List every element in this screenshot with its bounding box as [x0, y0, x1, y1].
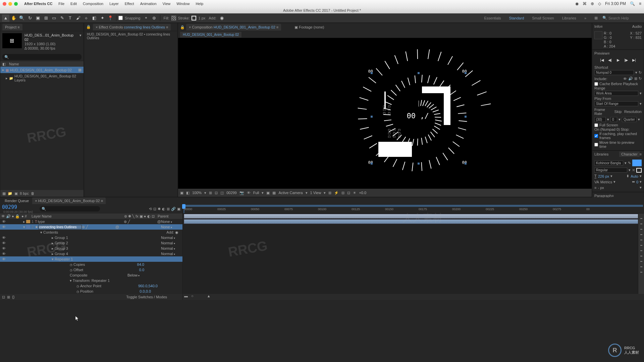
timeline-comp-tab[interactable]: × HUD_DESIGN_001_Anim_Bootup 02 ≡: [32, 197, 106, 204]
workspace-more-icon[interactable]: »: [581, 15, 590, 21]
layer-bar-2[interactable]: [184, 219, 641, 224]
roto-tool-icon[interactable]: ✦: [99, 14, 106, 22]
snapping-checkbox[interactable]: [118, 16, 123, 20]
menu-file[interactable]: File: [55, 2, 67, 6]
fill-swatch[interactable]: [171, 16, 176, 20]
flowchart-icon[interactable]: ▦: [78, 68, 82, 72]
timeline-markers-col[interactable]: [638, 214, 644, 294]
snap-opt2-icon[interactable]: ⊛: [151, 14, 158, 22]
composite-dropdown[interactable]: Below: [127, 273, 148, 277]
layer-row-1[interactable]: 👁 ▸ 1 T type ⊛ ╱ @None: [0, 219, 182, 224]
layer-bar-1[interactable]: [184, 214, 641, 219]
comp-tab-close-icon[interactable]: ×: [189, 25, 191, 29]
bpc-label[interactable]: 8 bpc: [20, 191, 29, 195]
handle-icon[interactable]: [465, 116, 467, 118]
clone-tool-icon[interactable]: ⟐: [83, 14, 90, 22]
roi-icon[interactable]: ▣: [266, 191, 270, 195]
framerate-select[interactable]: (30): [594, 117, 606, 122]
menu-view[interactable]: View: [160, 2, 174, 6]
add-contents-button[interactable]: Add: ◉: [166, 230, 178, 235]
ec-tab-close-icon[interactable]: ×: [96, 25, 98, 29]
toggle-switches-button[interactable]: Toggle Switches / Modes: [126, 295, 167, 299]
menu-icon[interactable]: ≡: [639, 1, 641, 6]
copies-value[interactable]: 84.0: [137, 262, 144, 266]
composite-row[interactable]: CompositeBelow: [0, 273, 182, 278]
panel-menu-icon[interactable]: ≡: [17, 25, 19, 29]
swap-colors-icon[interactable]: ⤮: [632, 168, 635, 172]
kerning-value[interactable]: Metrics: [600, 180, 612, 184]
eraser-tool-icon[interactable]: ◧: [91, 14, 98, 22]
tl-opt3-icon[interactable]: ✱: [158, 207, 161, 211]
play-icon[interactable]: ▶: [615, 58, 621, 63]
include-loop-icon[interactable]: ↻: [639, 76, 642, 81]
camera-tool-icon[interactable]: ▣: [34, 14, 42, 22]
menu-effect[interactable]: Effect: [122, 2, 137, 6]
search-icon[interactable]: 🔍: [630, 1, 635, 6]
stroke-label[interactable]: Stroke:: [178, 16, 190, 20]
preview-tab[interactable]: Preview: [594, 51, 607, 55]
project-tab[interactable]: Project ≡: [2, 24, 22, 31]
ppi-icon[interactable]: ⊞: [328, 191, 331, 195]
comp-lock-icon[interactable]: 🔒: [180, 25, 185, 29]
pan-behind-tool-icon[interactable]: ⊞: [42, 14, 50, 22]
char-stroke-value[interactable]: - px: [598, 186, 604, 190]
traffic-lights[interactable]: [3, 2, 18, 6]
ec-panel-menu-icon[interactable]: ≡: [166, 25, 168, 29]
skip-select[interactable]: 0: [610, 117, 617, 122]
tracking-value[interactable]: 0: [636, 180, 638, 184]
anchor-row[interactable]: Anchor Point960.0,540.0: [0, 283, 182, 289]
include-audio-icon[interactable]: 🔊: [628, 76, 633, 81]
menu-layer[interactable]: Layer: [106, 2, 122, 6]
exposure-value[interactable]: +0.0: [359, 191, 366, 195]
stroke-swatch[interactable]: [192, 16, 196, 20]
zoom-tool-icon[interactable]: 🔍: [18, 14, 25, 22]
panel-lock-icon[interactable]: 🔒: [86, 25, 91, 29]
fast-preview-icon[interactable]: ⚡: [334, 191, 339, 195]
tl-opt2-icon[interactable]: ⊡: [153, 207, 156, 211]
pen-tool-icon[interactable]: ✎: [58, 14, 66, 22]
movetime-checkbox[interactable]: [594, 143, 598, 146]
tl-opt5-icon[interactable]: ⊞: [167, 207, 170, 211]
status-icon-2[interactable]: ⌘: [583, 1, 587, 6]
position-value[interactable]: 0.0,0.0: [140, 289, 151, 293]
show-snapshot-icon[interactable]: 👁: [247, 191, 251, 195]
comp-caret-icon[interactable]: ▾: [79, 33, 82, 51]
view-dropdown[interactable]: 1 View: [310, 191, 321, 195]
group-row[interactable]: 👁▸ Group 2Normal: [0, 240, 182, 246]
mask-icon[interactable]: ◫: [220, 191, 224, 195]
handle-icon[interactable]: [465, 72, 467, 74]
interpret-icon[interactable]: ▦: [2, 191, 6, 196]
grid-icon[interactable]: ⊡: [215, 191, 218, 195]
flowchart-icon[interactable]: ⊡: [347, 191, 350, 195]
workspace-small[interactable]: Small Screen: [529, 15, 557, 21]
channel-icon[interactable]: ◧: [186, 191, 190, 195]
maximize-window-icon[interactable]: [14, 2, 18, 6]
col-parent[interactable]: Parent: [158, 214, 181, 218]
type-tool-icon[interactable]: T: [66, 14, 74, 22]
font-size-value[interactable]: 226 px: [598, 174, 609, 178]
handle-icon[interactable]: [418, 72, 420, 74]
brush-tool-icon[interactable]: 🖌: [74, 14, 82, 22]
new-comp-icon[interactable]: ▣: [14, 191, 18, 196]
group-row[interactable]: 👁▸ Group 4Normal: [0, 251, 182, 256]
menu-window[interactable]: Window: [173, 2, 193, 6]
workspace-panel-icon[interactable]: ▦: [591, 15, 601, 21]
clock[interactable]: Fri 3:00 PM: [605, 1, 626, 6]
col-layer-name[interactable]: Layer Name: [32, 214, 124, 218]
font-select[interactable]: Kohinoor Bangla: [594, 161, 623, 166]
workspace-essentials[interactable]: Essentials: [481, 15, 504, 21]
status-icon-1[interactable]: ◉: [575, 1, 579, 6]
status-icon-3[interactable]: ⊕: [591, 1, 594, 6]
tl-foot-icon2[interactable]: ⊞: [7, 295, 10, 299]
trash-icon[interactable]: 🗑: [31, 191, 35, 195]
camera-dropdown[interactable]: Active Camera: [278, 191, 303, 195]
reset-icon[interactable]: ↻: [639, 70, 642, 75]
reset-exposure-icon[interactable]: ☀: [353, 191, 356, 195]
range-select[interactable]: Work Area: [594, 91, 638, 96]
timeline-scroll[interactable]: ▬○▲: [183, 294, 644, 300]
puppet-tool-icon[interactable]: 📍: [107, 14, 114, 22]
contents-row[interactable]: ▾ Contents Add: ◉: [0, 230, 182, 235]
add-menu-icon[interactable]: ◉: [218, 14, 226, 22]
col-label-icon[interactable]: ◧: [2, 62, 9, 66]
res-icon[interactable]: ⊞: [209, 191, 212, 195]
